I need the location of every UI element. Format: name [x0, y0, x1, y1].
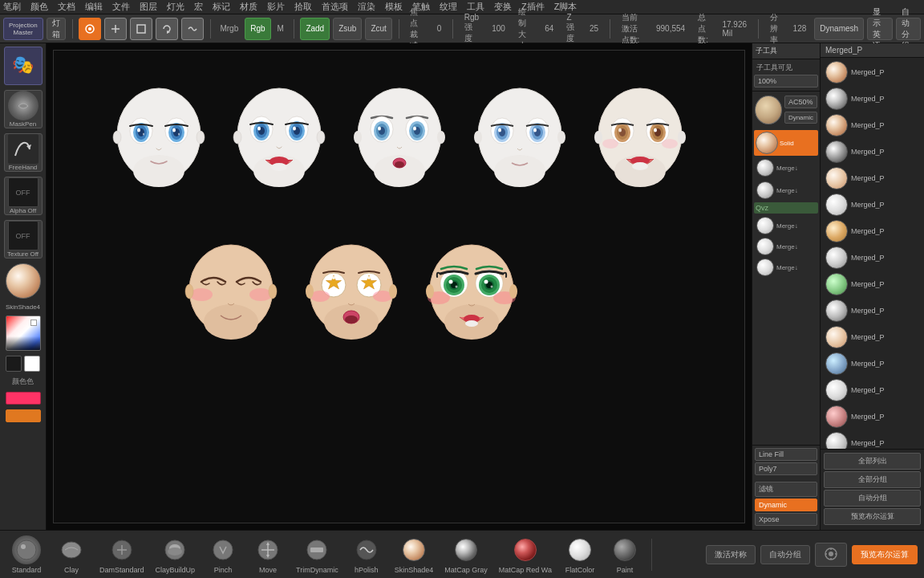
projection-master-icon[interactable]: 🎭: [4, 47, 43, 85]
xpose-btn[interactable]: Xpose: [755, 513, 817, 526]
menu-movie[interactable]: 影片: [267, 1, 285, 13]
menu-transform[interactable]: 变换: [494, 1, 512, 13]
alpha-off-tool[interactable]: OFF Alpha Off: [4, 177, 43, 215]
menu-zscript[interactable]: Z脚本: [554, 1, 578, 13]
brush-clay-buildup[interactable]: ClayBuildUp: [152, 534, 199, 576]
black-swatch[interactable]: [6, 356, 22, 372]
menu-layer[interactable]: 图层: [140, 1, 157, 13]
projection-master-btn[interactable]: Projection Master: [3, 18, 43, 40]
draw-mode-btn[interactable]: [79, 18, 101, 40]
far-right-item-5[interactable]: Merged_P: [822, 192, 922, 218]
texture-off-tool[interactable]: OFF Texture Off: [4, 220, 43, 258]
brush-standard[interactable]: Standard: [6, 534, 47, 576]
svg-point-87: [249, 288, 272, 301]
subtool-item-1[interactable]: Merge↓: [754, 157, 818, 178]
menu-macro[interactable]: 宏: [194, 1, 203, 13]
menu-tool[interactable]: 工具: [467, 1, 484, 13]
color-picker[interactable]: [6, 315, 41, 351]
dynamic-tool-btn[interactable]: Dynamic: [755, 499, 817, 511]
scale-mode-btn[interactable]: [130, 18, 152, 40]
white-swatch[interactable]: [24, 356, 40, 372]
settings-bottom-btn[interactable]: [815, 543, 847, 567]
far-right-item-4[interactable]: Merged_P: [822, 165, 922, 191]
mask-pen-tool[interactable]: MaskPen: [4, 90, 43, 128]
subtool-item-4[interactable]: Merge↓: [754, 236, 818, 257]
smear-mode-btn[interactable]: [181, 18, 204, 40]
menu-light[interactable]: 灯光: [167, 1, 184, 13]
display-lang-btn[interactable]: 显示英语: [867, 18, 892, 40]
subtool-selected-item[interactable]: Solid: [754, 130, 818, 156]
dynamesh-btn[interactable]: Dynamesh: [814, 18, 864, 40]
menu-edit[interactable]: 编辑: [85, 1, 103, 13]
menu-file[interactable]: 文件: [112, 1, 130, 13]
subtool-item-5[interactable]: Merge↓: [754, 257, 818, 278]
canvas-content[interactable]: [54, 51, 744, 523]
qvz-btn[interactable]: Qvz: [754, 202, 818, 214]
brush-flat-color[interactable]: FlatColor: [560, 534, 600, 576]
brush-pinch[interactable]: Pinch: [203, 534, 243, 576]
line-fill-btn[interactable]: Line Fill: [755, 448, 817, 461]
activate-symmetry-btn[interactable]: 激活对称: [706, 545, 756, 564]
rotate-mode-btn[interactable]: [156, 18, 178, 40]
brush-trim-dynamic[interactable]: TrimDynamic: [293, 534, 342, 576]
zadd-btn[interactable]: Zadd: [300, 18, 330, 40]
menu-document[interactable]: 文档: [58, 1, 75, 13]
skin-shade4-preview[interactable]: [6, 263, 41, 299]
brush-clay[interactable]: Clay: [51, 534, 91, 576]
menu-preferences[interactable]: 首选项: [322, 1, 348, 13]
menu-template[interactable]: 模板: [385, 1, 403, 13]
subtool-item-2[interactable]: Merge↓: [754, 180, 818, 201]
brush-skin-shade4[interactable]: SkinShade4: [391, 534, 437, 576]
far-right-item-13[interactable]: Merged_P: [822, 404, 922, 429]
far-right-item-0[interactable]: Merged_P: [822, 59, 922, 85]
far-right-item-11[interactable]: Merged_P: [822, 351, 922, 377]
canvas-area[interactable]: [47, 43, 752, 530]
brush-h-polish[interactable]: hPolish: [346, 534, 387, 576]
brush-mat-cap-gray[interactable]: MatCap Gray: [441, 534, 491, 576]
far-right-item-2[interactable]: Merged_P: [822, 112, 922, 138]
fg-color-swatch[interactable]: [6, 392, 41, 405]
subtool-100-btn[interactable]: 100%: [754, 75, 818, 88]
far-right-item-10[interactable]: Merged_P: [822, 324, 922, 350]
list-all-btn[interactable]: 全部列出: [824, 453, 921, 470]
far-right-item-label-14: Merged_P: [851, 439, 885, 447]
rgb-btn[interactable]: Rgb: [245, 18, 270, 40]
menu-color[interactable]: 颜色: [30, 1, 48, 13]
auto-group-bottom-btn[interactable]: 自动分组: [760, 545, 810, 564]
far-right-item-12[interactable]: Merged_P: [822, 377, 922, 403]
brush-paint[interactable]: Paint: [605, 534, 645, 576]
menu-pick[interactable]: 拾取: [294, 1, 312, 13]
zcut-btn[interactable]: Zcut: [365, 18, 391, 40]
far-right-item-7[interactable]: Merged_P: [822, 245, 922, 271]
filter-btn[interactable]: 滤镜: [755, 482, 817, 497]
far-right-item-6[interactable]: Merged_P: [822, 218, 922, 244]
preview-bool-bottom-btn[interactable]: 预览布尔运算: [852, 545, 918, 564]
brush-mat-cap-red-wax[interactable]: MatCap Red Wa: [496, 534, 555, 576]
poly7-btn[interactable]: Poly7: [755, 462, 817, 475]
brush-dam-standard[interactable]: DamStandard: [96, 534, 148, 576]
far-right-item-3[interactable]: Merged_P: [822, 139, 922, 165]
dynamic-btn[interactable]: Dynamic: [784, 112, 817, 124]
zsub-btn[interactable]: Zsub: [333, 18, 362, 40]
ac50-btn[interactable]: AC50%: [784, 96, 817, 108]
preview-bool-btn[interactable]: 预览布尔运算: [824, 508, 921, 525]
subtool-item-3[interactable]: Merge↓: [754, 215, 818, 236]
brush-move[interactable]: Move: [248, 534, 288, 576]
freehand-tool[interactable]: FreeHand: [4, 133, 43, 172]
far-right-item-14[interactable]: Merged_P: [822, 430, 922, 449]
far-right-item-8[interactable]: Merged_P: [822, 271, 922, 297]
menu-material[interactable]: 材质: [240, 1, 257, 13]
far-right-item-9[interactable]: Merged_P: [822, 298, 922, 324]
menu-render[interactable]: 渲染: [358, 1, 375, 13]
move-mode-btn[interactable]: [104, 18, 127, 40]
auto-group-btn[interactable]: 自动分组: [896, 18, 921, 40]
auto-group-far-btn[interactable]: 自动分组: [824, 490, 921, 507]
menu-marker[interactable]: 标记: [213, 1, 230, 13]
menu-texture[interactable]: 纹理: [440, 1, 457, 13]
svg-point-118: [484, 280, 488, 284]
lightbox-btn[interactable]: 灯箱: [47, 18, 66, 40]
accent-color-swatch[interactable]: [6, 409, 41, 422]
menu-brush[interactable]: 笔刷: [3, 1, 21, 13]
group-all-btn[interactable]: 全部分组: [824, 471, 921, 488]
far-right-item-1[interactable]: Merged_P: [822, 86, 922, 112]
